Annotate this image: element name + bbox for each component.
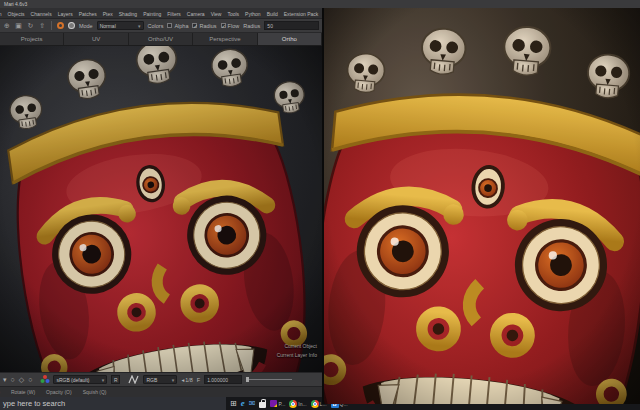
- chrome-button-1[interactable]: In...: [289, 400, 306, 408]
- slider-handle[interactable]: [246, 377, 249, 382]
- shortcut-rotate: Rotate (W): [11, 389, 35, 395]
- chrome-window-label-1: In...: [298, 401, 306, 407]
- menu-item-tools[interactable]: Tools: [227, 11, 239, 17]
- taskbar-search-input[interactable]: ype here to search: [0, 397, 226, 410]
- brush-ring-orange-icon[interactable]: [57, 22, 64, 29]
- hud-current-object: Current Object: [277, 342, 317, 351]
- radius-checkbox[interactable]: ✓: [192, 23, 197, 28]
- desktop-screen: Mari 4.6v3 Selection Objects Channels La…: [0, 0, 640, 410]
- shortcut-opacity: Opacity (O): [46, 389, 72, 395]
- mode-label: Mode: [79, 23, 93, 29]
- paint-mode-value: Normal: [100, 23, 116, 29]
- menu-item-build[interactable]: Build: [267, 11, 278, 17]
- hud-current-layer-info: Current Layer Info: [277, 351, 317, 360]
- mail-button[interactable]: ✉: [249, 400, 256, 408]
- radius-checkbox-group[interactable]: ✓ Radius: [192, 23, 216, 29]
- patch-tool-icon[interactable]: ▣: [15, 22, 23, 29]
- mask-reference-photo: [324, 8, 640, 404]
- lut-curve-icon[interactable]: [128, 375, 139, 384]
- stepper-left-icon[interactable]: ◂: [181, 377, 184, 383]
- alpha-checkbox[interactable]: [167, 23, 172, 28]
- colors-label: Colors: [148, 23, 164, 29]
- tab-perspective[interactable]: Perspective: [193, 33, 257, 45]
- alpha-label: Alpha: [174, 23, 188, 29]
- menu-item-extension-pack[interactable]: Extension Pack: [284, 11, 318, 17]
- mask-3d-model: [0, 46, 322, 372]
- node-tool-icon[interactable]: ⊕: [3, 22, 11, 29]
- shortcut-items: Radius (R) Rotate (W) Opacity (O) Squish…: [0, 389, 107, 395]
- menu-item-layers[interactable]: Layers: [58, 11, 73, 17]
- radius-label: Radius: [199, 23, 216, 29]
- chevron-down-icon: ▾: [172, 377, 175, 383]
- menu-item-ptex[interactable]: Ptex: [103, 11, 113, 17]
- window-titlebar[interactable]: Mari 4.6v3: [0, 0, 640, 8]
- menu-item-camera[interactable]: Camera: [187, 11, 205, 17]
- chevron-down-icon: ▾: [102, 377, 105, 383]
- tool-shortcut-bar: Radius (R) Rotate (W) Opacity (O) Squish…: [0, 386, 322, 397]
- display-channel-dropdown[interactable]: RGB ▾: [143, 375, 177, 384]
- tab-projects[interactable]: Projects: [0, 33, 64, 45]
- gain-value-field[interactable]: 1.000000: [204, 375, 242, 384]
- brush-ring-white-icon[interactable]: [68, 22, 75, 29]
- viewport-tab-bar: Projects UV Ortho/UV Perspective Ortho: [0, 33, 322, 46]
- picker-arrow-icon[interactable]: ▾: [3, 376, 7, 383]
- menu-items: Selection Objects Channels Layers Patche…: [0, 8, 322, 19]
- gain-label: F: [197, 377, 200, 383]
- reference-photo-window: [322, 8, 640, 404]
- notes-button[interactable]: P...: [270, 400, 285, 407]
- radius-value-field[interactable]: 50: [264, 21, 319, 30]
- menu-item-objects[interactable]: Objects: [8, 11, 25, 17]
- menu-item-shading[interactable]: Shading: [119, 11, 137, 17]
- edge-icon: e: [241, 399, 245, 408]
- circle-swatch-2-icon[interactable]: ○: [28, 376, 32, 383]
- menu-item-view[interactable]: View: [211, 11, 222, 17]
- gain-slider[interactable]: [246, 375, 292, 384]
- 3d-paint-canvas[interactable]: Current Object Current Layer Info: [0, 46, 322, 372]
- task-view-button[interactable]: ⊞: [230, 400, 237, 408]
- window-title: Mari 4.6v3: [4, 1, 27, 7]
- sticky-notes-icon: [270, 400, 277, 407]
- tab-uv[interactable]: UV: [64, 33, 128, 45]
- menu-item-patches[interactable]: Patches: [79, 11, 97, 17]
- colorspace-value: sRGB (default): [56, 377, 89, 383]
- shortcut-squish: Squish (Q): [83, 389, 107, 395]
- exposure-value: 1/8: [185, 377, 193, 383]
- task-view-icon: ⊞: [230, 400, 237, 408]
- menu-item-selection[interactable]: Selection: [0, 11, 2, 17]
- notes-window-label: P...: [278, 401, 285, 407]
- store-bag-icon: [259, 402, 266, 408]
- transform-tool-icon[interactable]: ↻: [27, 22, 35, 29]
- menu-item-python[interactable]: Python: [245, 11, 261, 17]
- toolbar-separator: [51, 21, 52, 30]
- circle-swatch-icon[interactable]: ○: [11, 376, 15, 383]
- viewport-hud: Current Object Current Layer Info: [277, 342, 317, 360]
- radius-field-label: Radius: [243, 23, 260, 29]
- paint-toolbar: ⊕ ▣ ↻ ⇧ Mode Normal ▾ Colors Alpha ✓ Rad…: [0, 19, 322, 33]
- chevron-down-icon: ▾: [138, 23, 141, 29]
- chrome-icon: [311, 400, 319, 408]
- menu-item-filters[interactable]: Filters: [167, 11, 181, 17]
- menu-bar: Selection Objects Channels Layers Patche…: [0, 8, 322, 19]
- alpha-checkbox-group[interactable]: Alpha: [167, 23, 188, 29]
- chrome-icon: [289, 400, 297, 408]
- paint-mode-dropdown[interactable]: Normal ▾: [97, 21, 144, 30]
- flow-checkbox-group[interactable]: ✓ Flow: [221, 23, 240, 29]
- color-toolbar: ▾ ○ ◇ ○ sRGB (default) ▾ R RGB ▾ ◂ 1/8 F…: [0, 372, 322, 386]
- tab-ortho-uv[interactable]: Ortho/UV: [129, 33, 193, 45]
- channel-r-button[interactable]: R: [111, 375, 120, 384]
- menu-item-painting[interactable]: Painting: [143, 11, 161, 17]
- colorspace-dropdown[interactable]: sRGB (default) ▾: [53, 375, 107, 384]
- edge-button[interactable]: e: [241, 399, 245, 408]
- exposure-control[interactable]: ◂ 1/8: [181, 377, 192, 383]
- display-channel-value: RGB: [146, 377, 157, 383]
- slider-track: [246, 379, 292, 380]
- diamond-swatch-icon[interactable]: ◇: [19, 376, 24, 383]
- export-tool-icon[interactable]: ⇧: [38, 22, 46, 29]
- mail-icon: ✉: [249, 400, 256, 408]
- store-button[interactable]: [259, 400, 266, 408]
- rgb-color-icon[interactable]: [40, 375, 49, 384]
- flow-label: Flow: [228, 23, 240, 29]
- flow-checkbox[interactable]: ✓: [221, 23, 226, 28]
- menu-item-channels[interactable]: Channels: [31, 11, 52, 17]
- tab-ortho[interactable]: Ortho: [258, 33, 322, 45]
